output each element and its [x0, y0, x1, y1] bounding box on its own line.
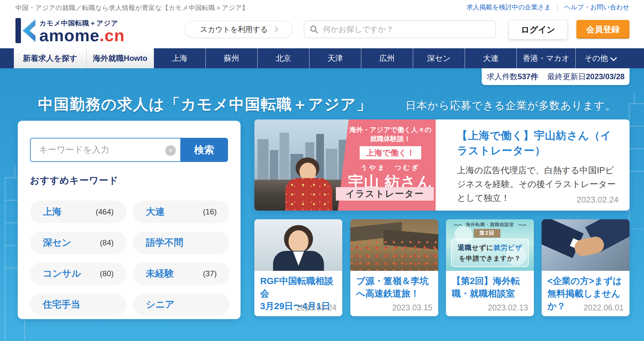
hero-title: 中国勤務の求人は「カモメ中国転職＋アジア」 — [38, 94, 372, 115]
article-date: 2023.02.13 — [488, 303, 528, 312]
name-furigana: うやま つむぎ — [361, 163, 420, 172]
person-role-ribbon: イラストレーター — [336, 187, 434, 201]
visa-question-box: 退職せずに就労ビザ を申請できますか？ — [451, 239, 529, 267]
nav-tab-shenzhen[interactable]: 深セン — [413, 48, 465, 68]
link-separator — [557, 4, 558, 11]
header-search-input[interactable] — [322, 24, 490, 34]
hero-subtitle: 日本から応募できる企業が多数あります。 — [405, 99, 616, 113]
keyword-chip-shanghai[interactable]: 上海 (464) — [30, 201, 127, 223]
keyword-search-row: × 検索 — [30, 138, 228, 162]
kamome-logo-icon — [15, 17, 37, 44]
scout-button[interactable]: スカウトを利用する — [185, 21, 292, 38]
featured-article-title[interactable]: 【上海で働く】宇山紡さん（イラストレーター） — [457, 128, 619, 158]
top-utility-bar: 中国・アジアの就職／転職なら求人情報が豊富な【カモメ中国転職＋アジア】 求人掲載… — [0, 0, 644, 14]
article-image-rooftop-harvest — [350, 219, 438, 271]
keyword-input-wrap: × — [30, 138, 180, 162]
job-stats-box: 求人件数537件 最終更新日2023/03/28 — [482, 68, 630, 85]
keyword-chip-senior[interactable]: シニア — [133, 293, 230, 316]
main-nav: 新着求人を探す 海外就職Howto 上海 蘇州 北京 天津 広州 深セン 大連 … — [0, 48, 644, 68]
article-title[interactable]: ブ源・篁嶺＆李坑へ高速鉄道旅！ — [356, 275, 433, 300]
article-card-consultation-room[interactable]: 海外転職・就職相談室 第2回 退職せずに就労ビザ を申請できますか？ 【第2回】… — [446, 219, 534, 316]
keyword-chip-inexperienced[interactable]: 未経験 (37) — [133, 262, 230, 285]
nav-tab-others[interactable]: その他 — [575, 48, 625, 68]
featured-article-body: 【上海で働く】宇山紡さん（イラストレーター） 上海の広告代理店で、白熱する中国I… — [457, 119, 619, 211]
episode-badge: 第2回 — [474, 229, 500, 238]
nav-tab-howto[interactable]: 海外就職Howto — [86, 48, 154, 68]
article-card-rgf-consultation[interactable]: RGF中国転職相談会3月29日〜4月1日 2023.03.24 — [254, 219, 342, 316]
keyword-chip-shenzhen[interactable]: 深セン (84) — [30, 232, 127, 254]
work-in-shanghai-badge: 上海で働く！ — [360, 146, 421, 159]
keyword-chip-consulting[interactable]: コンサル (80) — [30, 262, 127, 285]
keyword-chip-dalian[interactable]: 大連 (16) — [133, 201, 230, 223]
seagull-icon — [453, 223, 463, 227]
article-date: 2023.03.15 — [392, 303, 432, 312]
consult-room-header: 海外転職・就職相談室 — [466, 222, 514, 228]
updated-date-value: 2023/03/28 — [586, 72, 624, 81]
seagull-icon — [517, 223, 527, 227]
logo-name: amome.cn — [39, 27, 125, 44]
featured-article-image: 海外・アジアで働く人々の 就職体験談！ 上海で働く！ うやま つむぎ 宇山 紡さ… — [254, 119, 436, 211]
top-links: 求人掲載を検討中の企業さま ヘルプ・お問い合わせ — [467, 3, 630, 12]
article-image-handshake — [542, 219, 630, 271]
jobs-count-value: 537件 — [517, 71, 538, 82]
article-card-free-posting[interactable]: <企業の方>まずは無料掲載しませんか？ 2022.06.01 — [542, 219, 630, 316]
article-title[interactable]: 【第2回】海外転職・就職相談室 — [452, 275, 529, 300]
updated-label: 最終更新日 — [547, 71, 586, 82]
jobs-count-label: 求人件数 — [487, 71, 517, 82]
nav-tab-dalian[interactable]: 大連 — [465, 48, 516, 68]
nav-tab-suzhou[interactable]: 蘇州 — [205, 48, 257, 68]
nav-tab-tianjin[interactable]: 天津 — [309, 48, 361, 68]
help-contact-link[interactable]: ヘルプ・お問い合わせ — [564, 3, 630, 12]
keyword-chip-no-language[interactable]: 語学不問 — [133, 232, 230, 254]
keyword-input[interactable] — [38, 145, 159, 155]
header-search-box[interactable] — [304, 21, 496, 38]
nav-tab-hongkong-macau[interactable]: 香港・マカオ — [516, 48, 575, 68]
article-date: 2022.06.01 — [583, 303, 624, 312]
nav-tab-guangzhou[interactable]: 広州 — [361, 48, 413, 68]
chevron-right-icon — [272, 26, 278, 32]
article-date: 2023.03.24 — [296, 303, 336, 312]
site-tagline: 中国・アジアの就職／転職なら求人情報が豊富な【カモメ中国転職＋アジア】 — [15, 4, 249, 12]
article-card-rail-trip[interactable]: ブ源・篁嶺＆李坑へ高速鉄道旅！ 2023.03.15 — [350, 219, 438, 316]
site-header: カモメ中国転職＋アジア amome.cn スカウトを利用する ログイン 会員登録 — [0, 14, 644, 48]
clear-input-icon[interactable]: × — [165, 145, 176, 156]
nav-tab-new-jobs[interactable]: 新着求人を探す — [14, 48, 86, 68]
catch-copy: 海外・アジアで働く人々の 就職体験談！ — [349, 125, 431, 144]
signup-button[interactable]: 会員登録 — [576, 20, 630, 39]
featured-article-date: 2023.02.24 — [577, 195, 619, 205]
keyword-search-button[interactable]: 検索 — [180, 138, 228, 162]
article-image-visa-consult-graphic: 海外転職・就職相談室 第2回 退職せずに就労ビザ を申請できますか？ — [446, 219, 534, 271]
site-logo[interactable]: カモメ中国転職＋アジア amome.cn — [15, 17, 125, 44]
logo-tld: .cn — [99, 26, 125, 45]
login-button[interactable]: ログイン — [509, 20, 567, 39]
article-image-consultant-portrait — [254, 219, 342, 271]
nav-lead-spacer — [0, 48, 14, 68]
keyword-chip-housing[interactable]: 住宅手当 — [30, 293, 127, 316]
keyword-search-panel: × 検索 おすすめキーワード 上海 (464) 大連 (16) 深セン (84)… — [18, 121, 241, 319]
nav-tab-shanghai[interactable]: 上海 — [154, 48, 205, 68]
chevron-down-icon — [610, 54, 617, 61]
featured-article-card[interactable]: 海外・アジアで働く人々の 就職体験談！ 上海で働く！ うやま つむぎ 宇山 紡さ… — [254, 119, 630, 211]
portrait-red-coat — [285, 178, 332, 211]
employers-link[interactable]: 求人掲載を検討中の企業さま — [467, 3, 551, 12]
search-icon — [309, 25, 318, 34]
nav-tab-beijing[interactable]: 北京 — [257, 48, 309, 68]
recommended-keywords-heading: おすすめキーワード — [30, 174, 118, 187]
